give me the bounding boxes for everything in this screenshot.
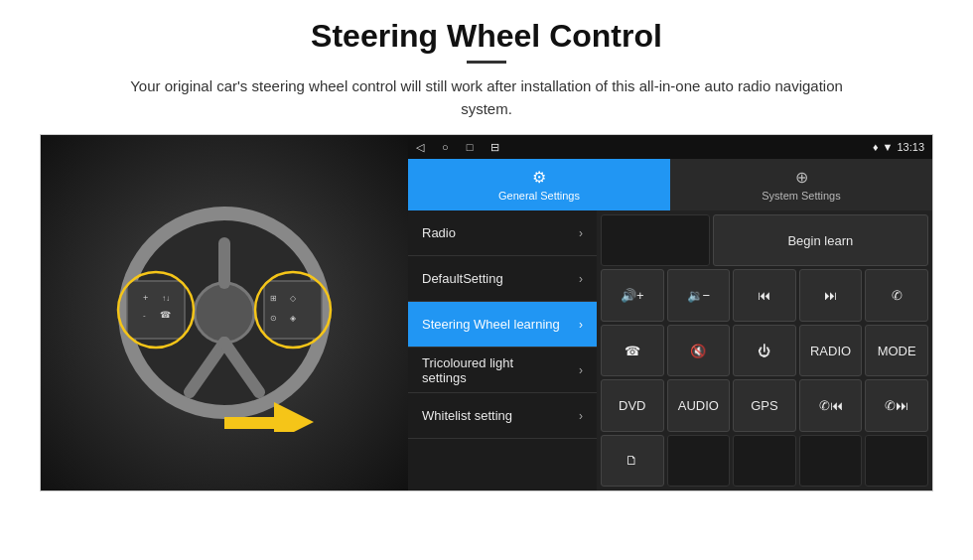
tab-system[interactable]: ⊕ System Settings [670,159,932,210]
chevron-icon: › [579,226,583,240]
tab-bar: ⚙ General Settings ⊕ System Settings [408,159,932,210]
page-subtitle: Your original car's steering wheel contr… [129,75,844,120]
vol-down-button[interactable]: 🔉− [667,269,731,321]
empty-cell-2 [667,435,731,487]
svg-marker-18 [274,402,314,432]
gps-button[interactable]: GPS [733,379,796,431]
mode-button[interactable]: MODE [865,325,928,376]
controls-area: Begin learn 🔊+ 🔉− ⏮ ⏭ ✆ ☎ 🔇 ⏻ [597,210,932,490]
phone-button[interactable]: ✆ [865,269,928,321]
empty-cell-5 [865,435,928,487]
next-track-button[interactable]: ⏭ [799,269,863,321]
menu-radio-label: Radio [422,225,456,240]
tab-system-label: System Settings [762,190,840,202]
tel-next-button[interactable]: ✆⏭ [865,379,928,431]
car-background: + - ↑↓ ☎ ⊞ ◇ ⊙ ◈ [41,135,408,490]
chevron-icon: › [579,363,583,377]
clock: 13:13 [897,141,924,153]
menu-item-steering[interactable]: Steering Wheel learning › [408,302,597,348]
location-icon: ♦ [873,141,879,153]
page-container: Steering Wheel Control Your original car… [0,0,973,560]
audio-button[interactable]: AUDIO [667,379,731,431]
radio-button[interactable]: RADIO [799,325,863,376]
svg-point-2 [195,283,254,343]
status-right: ♦ ▼ 13:13 [873,141,924,153]
nav-icons: ◁ ○ □ ⊟ [416,141,499,154]
control-row-4: DVD AUDIO GPS ✆⏮ ✆⏭ [601,379,928,431]
menu-tricoloured-text: Tricoloured light settings [422,355,513,385]
svg-text:⊙: ⊙ [270,314,277,323]
svg-text:◈: ◈ [290,314,297,323]
svg-rect-19 [224,417,276,429]
menu-default-label: DefaultSetting [422,271,503,286]
svg-text:↑↓: ↑↓ [162,294,170,303]
control-row-2: 🔊+ 🔉− ⏮ ⏭ ✆ [601,269,928,321]
vol-up-button[interactable]: 🔊+ [601,269,664,321]
menu-tricoloured-line2: settings [422,370,513,385]
control-row-1: Begin learn [601,214,928,266]
svg-text:-: - [143,311,146,320]
call-accept-button[interactable]: ☎ [601,325,664,376]
page-title: Steering Wheel Control [311,18,662,55]
status-bar: ◁ ○ □ ⊟ ♦ ▼ 13:13 [408,135,932,159]
main-content: + - ↑↓ ☎ ⊞ ◇ ⊙ ◈ [40,134,933,491]
menu-whitelist-label: Whitelist setting [422,408,512,423]
empty-cell-3 [733,435,796,487]
svg-rect-6 [127,281,185,339]
chevron-icon: › [579,318,583,332]
dvd-button[interactable]: DVD [601,379,664,431]
recents-icon[interactable]: □ [467,141,474,153]
empty-cell-1 [601,214,710,266]
title-divider [467,61,506,64]
menu-list: Radio › DefaultSetting › Steering Wheel … [408,210,597,490]
menu-item-default[interactable]: DefaultSetting › [408,256,597,302]
prev-track-button[interactable]: ⏮ [733,269,796,321]
power-button[interactable]: ⏻ [733,325,796,376]
menu-steering-label: Steering Wheel learning [422,317,560,332]
menu-controls: Radio › DefaultSetting › Steering Wheel … [408,210,932,490]
empty-cell-4 [799,435,863,487]
home-icon[interactable]: ○ [442,141,449,153]
android-ui: ◁ ○ □ ⊟ ♦ ▼ 13:13 ⚙ General Settings [408,135,932,490]
extra-icon-button[interactable]: 🗋 [601,435,664,487]
chevron-icon: › [579,409,583,423]
menu-item-tricoloured[interactable]: Tricoloured light settings › [408,348,597,393]
chevron-icon: › [579,272,583,286]
control-row-3: ☎ 🔇 ⏻ RADIO MODE [601,325,928,376]
svg-text:⊞: ⊞ [270,294,277,303]
mute-button[interactable]: 🔇 [667,325,731,376]
tab-general-label: General Settings [498,190,580,202]
car-image-area: + - ↑↓ ☎ ⊞ ◇ ⊙ ◈ [41,135,408,490]
svg-text:☎: ☎ [160,310,171,320]
menu-icon[interactable]: ⊟ [490,141,499,154]
system-icon: ⊕ [795,168,808,187]
tel-prev-button[interactable]: ✆⏮ [799,379,863,431]
menu-item-whitelist[interactable]: Whitelist setting › [408,393,597,439]
gear-icon: ⚙ [532,168,546,187]
svg-text:+: + [143,293,148,303]
menu-item-radio[interactable]: Radio › [408,210,597,256]
svg-text:◇: ◇ [290,294,297,303]
steering-wheel-svg: + - ↑↓ ☎ ⊞ ◇ ⊙ ◈ [105,194,344,432]
tab-general[interactable]: ⚙ General Settings [408,159,670,210]
svg-rect-11 [264,281,322,339]
control-row-5: 🗋 [601,435,928,487]
signal-icon: ▼ [883,141,894,153]
menu-tricoloured-line1: Tricoloured light [422,355,513,370]
begin-learn-button[interactable]: Begin learn [713,214,928,266]
back-icon[interactable]: ◁ [416,141,424,154]
